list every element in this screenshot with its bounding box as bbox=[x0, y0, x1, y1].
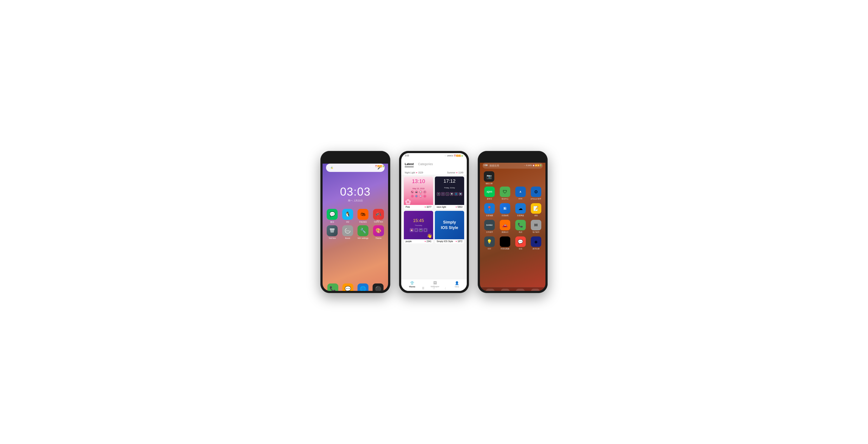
dock-phone[interactable]: 📞 bbox=[328, 284, 338, 291]
theme-neon-name: neon light bbox=[437, 206, 446, 208]
neon-clock: 17:12Friday, 22July bbox=[443, 178, 456, 189]
dock3-3[interactable]: 📁 bbox=[516, 289, 525, 291]
app-label-wechat: 微信 bbox=[330, 221, 334, 224]
theme-card-pink[interactable]: 13:10May 15, 2018 📞 📷 💬 🎵 bbox=[404, 177, 433, 209]
pink-mini-icon: 📧 bbox=[419, 195, 423, 198]
phone-1-bg: 3:03 ··· 4.3K/s ⏰📶📶🔋 G 🎤 03:03 bbox=[322, 164, 388, 291]
pink-mini-icon: 📞 bbox=[411, 190, 414, 194]
app-label-didi: 滴滴出行 bbox=[501, 231, 508, 233]
theme-pink-name: Pink bbox=[406, 206, 410, 208]
theme-ios-likes: ♥ 1872 bbox=[456, 240, 462, 242]
app-label-aide: AIDE bbox=[518, 198, 523, 200]
pink-clock: 13:10May 15, 2018 bbox=[412, 178, 425, 190]
svg-rect-3 bbox=[331, 232, 334, 232]
app-taobao[interactable]: 🛍 手机淘宝 bbox=[356, 209, 370, 224]
app-label-iqiyi: 爱奇艺 bbox=[487, 198, 492, 200]
app-label-boost: Boost bbox=[345, 237, 350, 239]
app-daniu[interactable]: DANiU 大牛助手 bbox=[483, 220, 496, 233]
app-mix[interactable]: 🔧 MiX settings bbox=[356, 225, 370, 239]
app-icon-baidu-map: 📍 bbox=[484, 203, 495, 214]
theme-neon-likes: ♥ 5953 bbox=[456, 206, 462, 208]
app-qq[interactable]: 🐧 QQ bbox=[341, 209, 355, 224]
app-sms[interactable]: 💬 短信 bbox=[514, 236, 527, 250]
purple-icons: ⏰ ✉ 📷 ⚙ bbox=[410, 228, 428, 232]
clock-widget: 03:03 周一, 1月21日 bbox=[322, 185, 388, 202]
phone-1-screen: 3:03 ··· 4.3K/s ⏰📶📶🔋 G 🎤 03:03 bbox=[322, 153, 388, 291]
app-label-apktool: APKtool+助手 bbox=[531, 198, 541, 200]
pink-mini-icon: 🌐 bbox=[415, 195, 418, 198]
nav2-menu[interactable]: ☰ bbox=[422, 287, 424, 291]
neon-mini-icon: 💬 bbox=[450, 192, 454, 196]
app-iqiyi[interactable]: iQIYI 爱奇艺 bbox=[483, 186, 496, 200]
phone-2-screen: 3:03 ··· 185K/s ⏰📶📶🔋 Latest Categories bbox=[401, 153, 467, 291]
app-camera-master[interactable]: 📷 相机大师 bbox=[484, 171, 494, 185]
app-label-baidu-map: 百度地图 bbox=[486, 214, 493, 217]
tab-categories[interactable]: Categories bbox=[418, 162, 433, 167]
app-label-sms: 短信 bbox=[519, 247, 522, 250]
theme-card-ios[interactable]: SimplyIOS Style Simply IOS Style ♥ 1872 bbox=[435, 211, 464, 243]
phone-3-screen: 3:04 ··· 0.1K/s ⏰📶📶🔋 🔍 搜索应用 📷 bbox=[480, 153, 546, 291]
app-aide[interactable]: A AIDE bbox=[514, 186, 527, 200]
app-icon-email: ✉ bbox=[531, 220, 541, 230]
status-bar-3: 3:04 ··· 0.1K/s ⏰📶📶🔋 bbox=[480, 163, 546, 167]
app-label-baidu-pan: 百度网盘 bbox=[517, 214, 524, 217]
app-security[interactable]: 🛡 安全中心 bbox=[498, 186, 512, 200]
app-theme[interactable]: 🎨 Theme bbox=[372, 225, 386, 239]
app-label-qq: QQ bbox=[346, 221, 349, 223]
app-baidu-map[interactable]: 📍 百度地图 bbox=[483, 203, 496, 217]
theme-card-neon[interactable]: 17:12Friday, 22July 📷 ⚙ 📞 💬 🌐 📧 bbox=[435, 177, 464, 209]
tab-latest[interactable]: Latest bbox=[405, 162, 414, 167]
app-phone-call[interactable]: 📞 电话 bbox=[514, 220, 527, 233]
app-icon-iqiyi: iQIYI bbox=[484, 186, 495, 197]
app-label-camera-master: 相机大师 bbox=[486, 182, 493, 185]
neon-mini-icon: 📧 bbox=[459, 192, 462, 196]
app-grid-row2: Tool box 67% Boost 🔧 MiX setti bbox=[322, 225, 388, 239]
app-didi[interactable]: 🚗 滴滴出行 bbox=[498, 220, 512, 233]
status-icons-2: ··· 185K/s ⏰📶📶🔋 bbox=[444, 155, 463, 157]
status-time-1: 3:03 bbox=[326, 165, 330, 167]
app-toolbox[interactable]: Tool box bbox=[325, 225, 339, 239]
dock3-1[interactable]: 📋 bbox=[486, 289, 495, 291]
app-label-tiktok: 抖音短视频 bbox=[501, 247, 509, 250]
app-label-phone-call: 电话 bbox=[519, 231, 522, 233]
bnav-theme-icon: 👕 bbox=[410, 281, 414, 285]
nav2-back[interactable]: 〈 bbox=[443, 287, 446, 291]
theme-preview-pink: 13:10May 15, 2018 📞 📷 💬 🎵 bbox=[404, 177, 433, 205]
clock-date: 周一, 1月21日 bbox=[322, 199, 388, 202]
app-tiktok[interactable]: ♪ 抖音短视频 bbox=[498, 236, 512, 250]
app-wechat[interactable]: 💬 微信 bbox=[325, 209, 339, 224]
status-icons-1: ··· 4.3K/s ⏰📶📶🔋 bbox=[367, 165, 384, 167]
dock-browser[interactable]: 🌐 bbox=[358, 284, 368, 291]
app-icon-theme: 🎨 bbox=[373, 225, 384, 236]
status-time-3: 3:04 bbox=[484, 164, 488, 167]
app-baidu-tieba[interactable]: 贴 百度贴吧 bbox=[498, 203, 512, 217]
app-icon-qq: 🐧 bbox=[342, 209, 353, 220]
dock-message[interactable]: 💬 bbox=[342, 284, 353, 291]
app-icon-daniu: DANiU bbox=[484, 220, 495, 230]
pink-mini-icon: 💬 bbox=[419, 190, 423, 194]
app-apktool[interactable]: ⚙ APKtool+助手 bbox=[529, 186, 543, 200]
app-notes[interactable]: 📝 便签 bbox=[529, 203, 543, 217]
dock3-4[interactable]: 📱 bbox=[531, 289, 540, 291]
app-icon-notes: 📝 bbox=[531, 203, 541, 214]
pink-mini-icon: 🗂 bbox=[423, 195, 427, 198]
featured-night-light: Night Light ♥ 1529 bbox=[405, 172, 423, 174]
app-baidu-pan[interactable]: ☁ 百度网盘 bbox=[514, 203, 527, 217]
app-label-security: 安全中心 bbox=[501, 198, 508, 200]
theme-card-purple[interactable]: 15:45 Thursday ⏰ ✉ 📷 ⚙ 👋 bbox=[404, 211, 433, 243]
theme-pink-name-row: Pink ♥ 3277 bbox=[404, 205, 433, 209]
dock-camera[interactable]: ⚫ bbox=[373, 284, 383, 291]
nav-bar-2: ☰ □ 〈 bbox=[401, 287, 467, 291]
app-icon-boost: 67% bbox=[342, 225, 353, 236]
nav2-home[interactable]: □ bbox=[433, 287, 435, 291]
theme-grid: 13:10May 15, 2018 📞 📷 💬 🎵 bbox=[401, 175, 467, 245]
app-multiopen[interactable]: ◈ 多开分身 bbox=[529, 236, 543, 250]
app-email[interactable]: ✉ 电子邮件 bbox=[529, 220, 543, 233]
app-label-baidu-tieba: 百度贴吧 bbox=[501, 214, 508, 217]
pink-mini-icon: 🎵 bbox=[423, 190, 427, 194]
app-dengdeng[interactable]: 💡 灯灯 bbox=[483, 236, 496, 250]
theme-tabs: Latest Categories bbox=[405, 162, 463, 167]
dock3-2[interactable]: 📖 bbox=[501, 289, 509, 291]
status-bar-2: 3:03 ··· 185K/s ⏰📶📶🔋 bbox=[401, 153, 467, 157]
app-boost[interactable]: 67% Boost bbox=[341, 225, 355, 239]
